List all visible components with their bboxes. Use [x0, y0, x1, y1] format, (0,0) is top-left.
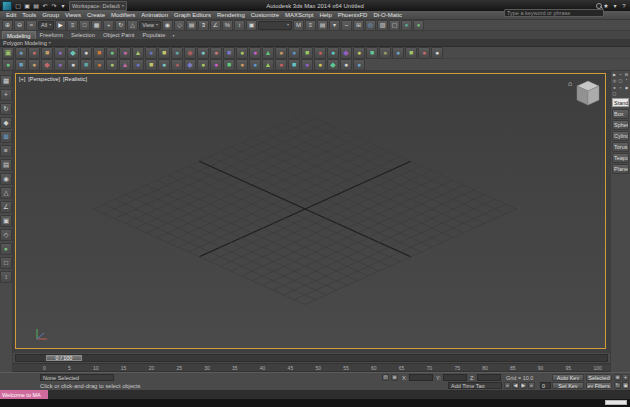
left-tool-icon[interactable]: ● — [0, 243, 12, 255]
plugin-icon[interactable]: ◆ — [184, 59, 196, 71]
plugin-icon[interactable]: ■ — [366, 47, 378, 59]
help-icon[interactable]: ? — [620, 2, 628, 10]
select-object-icon[interactable]: ▶ — [55, 20, 66, 31]
menu-item[interactable]: Modifiers — [108, 12, 138, 18]
render-setup-icon[interactable]: ▨ — [377, 20, 388, 31]
tab-freeform[interactable]: Freeform — [36, 31, 68, 39]
undo-icon[interactable]: ↶ — [41, 2, 49, 10]
plugin-icon[interactable]: ■ — [223, 47, 235, 59]
menu-item[interactable]: PhoenixFD — [335, 12, 371, 18]
lights-category-icon[interactable]: ◆ — [624, 85, 629, 90]
current-frame-field[interactable] — [540, 382, 551, 389]
plugin-icon[interactable]: ● — [314, 47, 326, 59]
plugin-icon[interactable]: ● — [327, 47, 339, 59]
search-input[interactable] — [504, 9, 604, 17]
menu-item[interactable]: Views — [62, 12, 84, 18]
snaps-toggle-icon[interactable]: 3 — [198, 20, 209, 31]
menu-item[interactable]: Di-O-Matic — [370, 12, 405, 18]
object-type-button[interactable]: Teapot — [612, 153, 629, 163]
geometry-category-icon[interactable]: ● — [612, 85, 617, 90]
left-tool-icon[interactable]: ◉ — [0, 173, 12, 185]
selection-lock-icon[interactable]: ⊡ — [382, 374, 389, 381]
modify-tab-icon[interactable]: ∽ — [618, 72, 623, 77]
menu-item[interactable]: Animation — [138, 12, 171, 18]
viewport-label-segment[interactable]: [Realistic] — [63, 76, 87, 82]
zoom-icon[interactable]: ⊕ — [614, 374, 621, 381]
previous-frame-icon[interactable]: ◀ — [512, 382, 519, 389]
ribbon-tab-options-caret[interactable]: ▾ — [169, 31, 177, 39]
mirror-icon[interactable]: M — [293, 20, 304, 31]
plugin-icon[interactable]: ● — [171, 59, 183, 71]
select-and-link-icon[interactable]: ⊕ — [2, 20, 13, 31]
open-file-icon[interactable]: ▣ — [23, 2, 31, 10]
plugin-icon[interactable]: ● — [106, 47, 118, 59]
z-coordinate-field[interactable] — [477, 374, 501, 381]
select-and-move-icon[interactable]: + — [103, 20, 114, 31]
absolute-offset-toggle-icon[interactable]: ⊕ — [391, 374, 398, 381]
next-frame-icon[interactable]: » — [528, 382, 535, 389]
object-type-button[interactable]: Plane — [612, 164, 629, 174]
plugin-icon[interactable]: ● — [210, 59, 222, 71]
plugin-icon[interactable]: ● — [93, 59, 105, 71]
plugin-icon[interactable]: ■ — [15, 59, 27, 71]
utilities-tab-icon[interactable]: * — [624, 78, 629, 83]
viewport-label-segment[interactable]: [+] — [19, 76, 25, 82]
graphite-ribbon-toggle-icon[interactable]: ▾ — [329, 20, 340, 31]
y-coordinate-field[interactable] — [443, 374, 467, 381]
plugin-icon[interactable]: ● — [54, 59, 66, 71]
orbit-icon[interactable]: ↻ — [614, 382, 621, 389]
render-production-icon[interactable]: ● — [401, 20, 412, 31]
plugin-icon[interactable]: ▣ — [2, 47, 14, 59]
viewcube-home-icon[interactable]: ⌂ — [568, 80, 572, 87]
menu-item[interactable]: Group — [39, 12, 62, 18]
x-coordinate-field[interactable] — [409, 374, 433, 381]
hierarchy-tab-icon[interactable]: ⊟ — [624, 72, 629, 77]
left-tool-icon[interactable]: ∠ — [0, 201, 12, 213]
bind-to-space-warp-icon[interactable]: ≈ — [26, 20, 37, 31]
spinner-snap-icon[interactable]: ↕ — [234, 20, 245, 31]
percent-snap-icon[interactable]: % — [222, 20, 233, 31]
plugin-icon[interactable]: ● — [197, 47, 209, 59]
workspace-selector[interactable]: Workspace: Default ▾ — [69, 1, 127, 11]
plugin-icon[interactable]: ◆ — [41, 59, 53, 71]
auto-key-button[interactable]: Auto Key — [552, 374, 584, 381]
render-iterative-icon[interactable]: ● — [413, 20, 424, 31]
plugin-icon[interactable]: ■ — [41, 47, 53, 59]
plugin-icon[interactable]: ● — [275, 47, 287, 59]
plugin-icon[interactable]: ● — [249, 47, 261, 59]
shapes-category-icon[interactable]: ○ — [618, 85, 623, 90]
plugin-icon[interactable]: ● — [67, 59, 79, 71]
plugin-icon[interactable]: ● — [28, 47, 40, 59]
angle-snap-icon[interactable]: ∠ — [210, 20, 221, 31]
plugin-icon[interactable]: ◆ — [184, 47, 196, 59]
plugin-icon[interactable]: ● — [236, 47, 248, 59]
plugin-icon[interactable]: ■ — [158, 47, 170, 59]
tab-modeling[interactable]: Modeling — [2, 31, 36, 39]
tab-object-paint[interactable]: Object Paint — [99, 31, 139, 39]
add-time-tag-field[interactable]: Add Time Tag — [448, 382, 502, 389]
select-and-scale-icon[interactable]: △ — [127, 20, 138, 31]
menu-item[interactable]: Help — [316, 12, 334, 18]
primitive-category-dropdown[interactable]: Standard — [612, 98, 629, 107]
listener-macro-line[interactable]: Welcome to MA — [0, 390, 48, 399]
left-tool-icon[interactable]: ◆ — [0, 117, 12, 129]
plugin-icon[interactable]: ● — [28, 59, 40, 71]
plugin-icon[interactable]: ● — [54, 47, 66, 59]
plugin-icon[interactable]: ▲ — [119, 59, 131, 71]
left-tool-icon[interactable]: ◇ — [0, 229, 12, 241]
plugin-icon[interactable]: ● — [314, 59, 326, 71]
project-folder-icon[interactable]: ▾ — [59, 2, 67, 10]
keyboard-shortcut-override-icon[interactable]: ▤ — [186, 20, 197, 31]
rectangular-selection-region-icon[interactable]: □ — [79, 20, 90, 31]
plugin-icon[interactable]: ● — [210, 47, 222, 59]
object-type-button[interactable]: Torus — [612, 142, 629, 152]
plugin-icon[interactable]: ▲ — [262, 59, 274, 71]
plugin-icon[interactable]: ● — [236, 59, 248, 71]
plugin-icon[interactable]: ● — [249, 59, 261, 71]
use-pivot-point-center-icon[interactable]: ◉ — [162, 20, 173, 31]
edit-named-selection-sets-icon[interactable]: ▣ — [246, 20, 257, 31]
align-icon[interactable]: ≡ — [305, 20, 316, 31]
plugin-icon[interactable]: ■ — [145, 59, 157, 71]
left-tool-icon[interactable]: ↻ — [0, 103, 12, 115]
left-tool-icon[interactable]: ⊞ — [0, 131, 12, 143]
